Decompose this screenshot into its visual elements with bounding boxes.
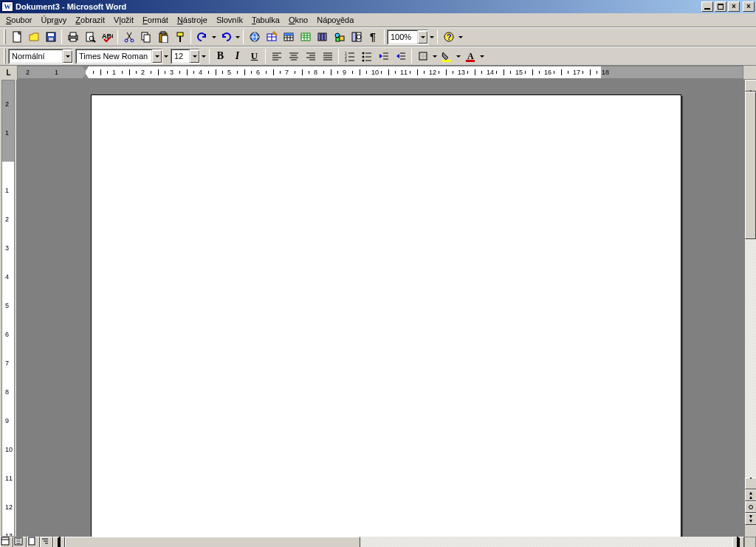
dropdown-icon[interactable] bbox=[190, 50, 199, 63]
increase-indent-button[interactable] bbox=[392, 48, 409, 64]
vertical-ruler[interactable]: 211234567891011121314 bbox=[0, 80, 17, 537]
horizontal-ruler[interactable]: 21123456789101112131415161718 bbox=[17, 66, 743, 79]
print-preview-button[interactable] bbox=[81, 29, 98, 45]
vertical-scrollbar[interactable]: ▴▴ ▾▾ bbox=[744, 80, 756, 537]
document-viewport[interactable] bbox=[17, 80, 744, 537]
help-button[interactable]: ? bbox=[440, 29, 457, 45]
document-map-button[interactable] bbox=[348, 29, 365, 45]
menu-help[interactable]: Nápověda bbox=[312, 14, 358, 26]
align-left-button[interactable] bbox=[268, 48, 285, 64]
font-color-dropdown[interactable] bbox=[478, 48, 485, 64]
menu-window[interactable]: Okno bbox=[284, 14, 312, 26]
font-color-button[interactable]: A bbox=[461, 48, 478, 64]
size-dropdown[interactable] bbox=[200, 48, 207, 64]
font-size-combo[interactable]: 12 bbox=[171, 49, 200, 64]
undo-button[interactable] bbox=[193, 29, 210, 45]
spellcheck-button[interactable]: ABC bbox=[98, 29, 115, 45]
svg-rect-93 bbox=[29, 537, 35, 545]
insert-table-button[interactable] bbox=[280, 29, 297, 45]
menu-insert[interactable]: Vložit bbox=[109, 14, 138, 26]
scroll-track[interactable] bbox=[745, 92, 756, 478]
scroll-thumb[interactable] bbox=[745, 92, 756, 239]
toolbar-grip[interactable] bbox=[4, 30, 6, 44]
font-size-value: 12 bbox=[174, 52, 183, 61]
svg-rect-35 bbox=[318, 33, 320, 41]
redo-button[interactable] bbox=[217, 29, 234, 45]
highlight-button[interactable] bbox=[438, 48, 455, 64]
svg-rect-36 bbox=[321, 33, 323, 41]
tab-selector[interactable]: L bbox=[0, 66, 17, 80]
save-button[interactable] bbox=[42, 29, 59, 45]
copy-button[interactable] bbox=[137, 29, 154, 45]
svg-rect-18 bbox=[177, 32, 183, 36]
tables-borders-button[interactable] bbox=[263, 29, 280, 45]
columns-button[interactable] bbox=[314, 29, 331, 45]
excel-button[interactable] bbox=[297, 29, 314, 45]
svg-rect-2 bbox=[48, 33, 54, 36]
normal-view-button[interactable] bbox=[0, 537, 13, 547]
redo-dropdown[interactable] bbox=[234, 29, 241, 45]
highlight-dropdown[interactable] bbox=[455, 48, 461, 64]
zoom-extra-dropdown[interactable] bbox=[428, 29, 435, 45]
undo-dropdown[interactable] bbox=[210, 29, 217, 45]
cut-button[interactable] bbox=[120, 29, 137, 45]
menu-bar: Soubor Úpravy Zobrazit Vložit Formát Nás… bbox=[0, 13, 756, 27]
print-button[interactable] bbox=[64, 29, 81, 45]
standard-toolbar: ABC ¶ 100% ? bbox=[0, 27, 756, 47]
svg-rect-40 bbox=[336, 38, 340, 41]
dropdown-icon[interactable] bbox=[152, 50, 162, 63]
web-layout-view-button[interactable] bbox=[13, 537, 27, 547]
zoom-dropdown-icon[interactable] bbox=[418, 31, 427, 44]
word-app-icon: W bbox=[1, 1, 13, 12]
restore-button[interactable] bbox=[715, 1, 726, 12]
h-scroll-thumb[interactable] bbox=[65, 537, 360, 547]
format-painter-button[interactable] bbox=[171, 29, 188, 45]
next-page-button[interactable]: ▾▾ bbox=[745, 513, 756, 525]
align-center-button[interactable] bbox=[285, 48, 302, 64]
borders-button[interactable] bbox=[414, 48, 431, 64]
show-formatting-button[interactable]: ¶ bbox=[365, 29, 382, 45]
help-dropdown[interactable] bbox=[457, 29, 464, 45]
underline-button[interactable]: U bbox=[246, 48, 263, 64]
scroll-down-button[interactable] bbox=[745, 478, 756, 489]
menu-table[interactable]: Tabulka bbox=[247, 14, 284, 26]
print-layout-view-button[interactable] bbox=[27, 537, 40, 547]
paste-button[interactable] bbox=[154, 29, 171, 45]
browse-object-button[interactable] bbox=[745, 501, 756, 513]
italic-button[interactable]: I bbox=[229, 48, 246, 64]
toolbar-grip[interactable] bbox=[4, 49, 6, 63]
menu-format[interactable]: Formát bbox=[138, 14, 173, 26]
borders-dropdown[interactable] bbox=[431, 48, 438, 64]
new-button[interactable] bbox=[8, 29, 25, 45]
prev-page-button[interactable]: ▴▴ bbox=[745, 489, 756, 501]
outline-view-button[interactable] bbox=[40, 537, 53, 547]
document-page[interactable] bbox=[91, 94, 681, 537]
menu-dictionary[interactable]: Slovník bbox=[212, 14, 247, 26]
open-button[interactable] bbox=[25, 29, 42, 45]
drawing-button[interactable] bbox=[331, 29, 348, 45]
style-combo[interactable]: Normální bbox=[8, 49, 73, 64]
menu-view[interactable]: Zobrazit bbox=[71, 14, 109, 26]
mdi-close-button[interactable]: × bbox=[728, 1, 740, 12]
scroll-left-button[interactable] bbox=[53, 537, 65, 547]
scroll-right-button[interactable] bbox=[732, 537, 744, 547]
menu-file[interactable]: Soubor bbox=[1, 14, 36, 26]
decrease-indent-button[interactable] bbox=[375, 48, 392, 64]
font-dropdown[interactable] bbox=[162, 48, 169, 64]
hyperlink-button[interactable] bbox=[246, 29, 263, 45]
menu-edit[interactable]: Úpravy bbox=[36, 14, 71, 26]
close-button[interactable]: × bbox=[743, 1, 755, 12]
zoom-combo[interactable]: 100% bbox=[387, 30, 428, 45]
minimize-button[interactable] bbox=[701, 1, 713, 12]
numbered-list-button[interactable]: 123 bbox=[341, 48, 358, 64]
bullet-list-button[interactable] bbox=[358, 48, 375, 64]
h-scroll-track[interactable] bbox=[65, 537, 732, 547]
bold-button[interactable]: B bbox=[212, 48, 229, 64]
dropdown-icon[interactable] bbox=[63, 50, 72, 63]
scroll-up-button[interactable] bbox=[745, 80, 756, 92]
align-right-button[interactable] bbox=[302, 48, 319, 64]
align-justify-button[interactable] bbox=[319, 48, 336, 64]
font-combo[interactable]: Times New Roman bbox=[75, 49, 162, 64]
menu-tools[interactable]: Nástroje bbox=[173, 14, 212, 26]
svg-rect-3 bbox=[49, 38, 53, 41]
